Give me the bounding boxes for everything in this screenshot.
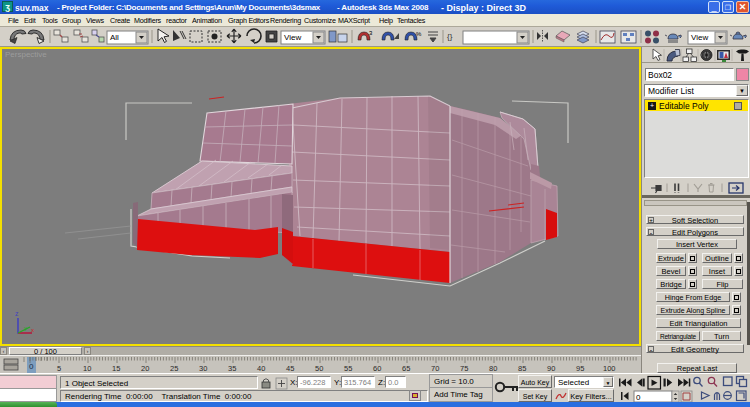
svg-text:70: 70 — [431, 364, 439, 373]
svg-text:3: 3 — [369, 30, 373, 36]
svg-text:View: View — [284, 33, 301, 42]
svg-text:10: 10 — [83, 364, 91, 373]
svg-text:85: 85 — [518, 364, 526, 373]
svg-text:20: 20 — [141, 364, 149, 373]
svg-text:65: 65 — [402, 364, 410, 373]
svg-text:5: 5 — [57, 364, 61, 373]
svg-text:45: 45 — [286, 364, 294, 373]
svg-text:{}: {} — [447, 32, 453, 41]
svg-text:50: 50 — [315, 364, 323, 373]
svg-text:95: 95 — [576, 364, 584, 373]
svg-text:0: 0 — [29, 362, 34, 371]
svg-text:y: y — [24, 325, 27, 331]
svg-text:75: 75 — [460, 364, 468, 373]
svg-text:25: 25 — [170, 364, 178, 373]
svg-text:15: 15 — [112, 364, 120, 373]
svg-text:80: 80 — [489, 364, 497, 373]
svg-text:View: View — [691, 33, 708, 42]
svg-text:40: 40 — [257, 364, 265, 373]
svg-text:x: x — [31, 327, 34, 333]
svg-text:55: 55 — [344, 364, 352, 373]
svg-text:30: 30 — [199, 364, 207, 373]
svg-text:z: z — [15, 310, 19, 317]
svg-text:60: 60 — [373, 364, 381, 373]
svg-text:%: % — [416, 31, 422, 37]
svg-text:35: 35 — [228, 364, 236, 373]
svg-text:0: 0 — [636, 393, 641, 402]
svg-text:All: All — [110, 33, 119, 42]
svg-text:90: 90 — [547, 364, 555, 373]
svg-text:100: 100 — [603, 364, 616, 373]
